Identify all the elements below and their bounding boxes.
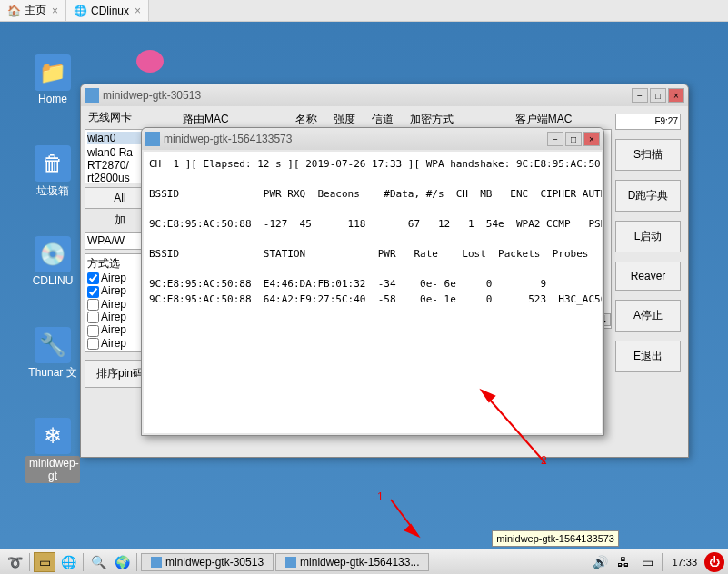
power-button[interactable]: ⏻ — [704, 552, 724, 572]
network-icon[interactable]: 🖧 — [613, 552, 634, 572]
col-strength: 强度 — [334, 112, 355, 127]
desktop-icon-thunar[interactable]: Thunar 文 — [25, 327, 80, 381]
folder-icon — [35, 54, 71, 91]
tab-cdlinux[interactable]: 🌐 CDlinux × — [66, 0, 149, 21]
app-icon — [145, 132, 160, 146]
app-icon — [151, 557, 162, 568]
icon-label: minidwep-gt — [25, 456, 80, 483]
checkbox[interactable] — [87, 312, 99, 323]
client-mac-display: F9:27 — [615, 114, 681, 130]
taskbar-tooltip: minidwep-gtk-1564133573 — [492, 530, 619, 547]
checkbox[interactable] — [87, 286, 99, 298]
window-title: minidwep-gtk-1564133573 — [164, 133, 547, 145]
col-client-mac: 客户端MAC — [515, 112, 573, 127]
browser-tab-bar: 🏠 主页 × 🌐 CDlinux × — [0, 0, 728, 22]
taskbar: ➰ ▭ 🌐 🔍 🌍 minidwep-gtk-30513 minidwep-gt… — [0, 549, 728, 574]
tab-label: CDlinux — [91, 5, 129, 17]
nic-label: 无线网卡 — [85, 110, 155, 125]
close-button[interactable]: × — [583, 132, 600, 146]
separator — [136, 553, 137, 571]
right-panel: F9:27 S扫描 D跑字典 L启动 Reaver A停止 E退出 — [612, 110, 684, 453]
search-icon[interactable]: 🔍 — [87, 552, 109, 572]
minimize-button[interactable]: − — [547, 132, 563, 146]
separator — [29, 553, 30, 571]
checkbox[interactable] — [87, 338, 99, 350]
window-title: minidwep-gtk-30513 — [103, 89, 632, 102]
disc-icon — [35, 236, 71, 272]
stop-button[interactable]: A停止 — [615, 300, 681, 332]
separator — [83, 553, 84, 571]
tab-home[interactable]: 🏠 主页 × — [0, 0, 66, 21]
minimize-button[interactable]: − — [632, 88, 648, 103]
icon-label: 垃圾箱 — [25, 183, 80, 199]
logo-icon[interactable]: ➰ — [4, 552, 25, 572]
close-icon[interactable]: × — [135, 5, 141, 17]
checkbox[interactable] — [87, 325, 99, 337]
terminal-icon[interactable]: ▭ — [34, 552, 55, 572]
icon-label: CDLINU — [25, 274, 80, 287]
separator — [662, 553, 663, 571]
launch-button[interactable]: L启动 — [615, 221, 681, 252]
scan-button[interactable]: S扫描 — [615, 139, 681, 171]
titlebar[interactable]: minidwep-gtk-30513 − □ × — [81, 84, 688, 106]
taskbar-item-term[interactable]: minidwep-gtk-1564133... — [275, 553, 429, 571]
volume-icon[interactable]: 🔊 — [589, 552, 611, 572]
tray-icon[interactable]: ▭ — [636, 552, 658, 572]
annotation-label-2: 2 — [541, 454, 547, 467]
reaver-button[interactable]: Reaver — [615, 262, 681, 291]
col-channel: 信道 — [372, 112, 394, 127]
browser-icon[interactable]: 🌐 — [57, 552, 79, 572]
col-enc: 加密方式 — [410, 112, 454, 127]
close-button[interactable]: × — [668, 88, 684, 103]
close-icon[interactable]: × — [52, 5, 58, 17]
trash-icon — [35, 145, 71, 182]
clock[interactable]: 17:33 — [666, 557, 703, 568]
svg-line-0 — [391, 500, 418, 536]
app-icon — [85, 88, 99, 103]
globe-icon[interactable]: 🌍 — [111, 552, 133, 572]
desktop-icon-home[interactable]: Home — [25, 54, 80, 105]
snowflake-icon — [35, 418, 71, 454]
icon-label: Thunar 文 — [25, 365, 80, 381]
taskbar-item-label: minidwep-gtk-1564133... — [300, 556, 419, 569]
taskbar-item-label: minidwep-gtk-30513 — [165, 556, 264, 569]
dictionary-button[interactable]: D跑字典 — [615, 180, 681, 212]
terminal-output[interactable]: CH 1 ][ Elapsed: 12 s ][ 2019-07-26 17:3… — [144, 152, 602, 433]
tab-label: 主页 — [25, 3, 46, 18]
maximize-button[interactable]: □ — [565, 132, 582, 146]
desktop-icon-trash[interactable]: 垃圾箱 — [25, 145, 80, 199]
desktop-icon-cdlinux[interactable]: CDLINU — [25, 236, 80, 287]
maximize-button[interactable]: □ — [650, 88, 666, 103]
wrench-icon — [35, 327, 71, 363]
col-name: 名称 — [295, 112, 317, 127]
home-icon: 🏠 — [7, 5, 21, 17]
desktop-icon-minidwep[interactable]: minidwep-gt — [25, 418, 80, 483]
titlebar[interactable]: minidwep-gtk-1564133573 − □ × — [142, 128, 603, 150]
app-icon — [285, 557, 296, 568]
exit-button[interactable]: E退出 — [615, 341, 681, 372]
window-terminal: minidwep-gtk-1564133573 − □ × CH 1 ][ El… — [141, 127, 604, 436]
icon-label: Home — [25, 93, 80, 105]
decorative-icon — [136, 50, 164, 73]
checkbox[interactable] — [87, 299, 99, 311]
svg-marker-1 — [405, 525, 418, 536]
checkbox[interactable] — [87, 272, 99, 284]
taskbar-item-main[interactable]: minidwep-gtk-30513 — [141, 553, 274, 571]
globe-icon: 🌐 — [74, 5, 87, 17]
column-headers: 路由MAC 名称 强度 信道 加密方式 客户端MAC — [155, 110, 612, 129]
annotation-label-1: 1 — [377, 490, 384, 503]
col-router-mac: 路由MAC — [183, 112, 229, 127]
